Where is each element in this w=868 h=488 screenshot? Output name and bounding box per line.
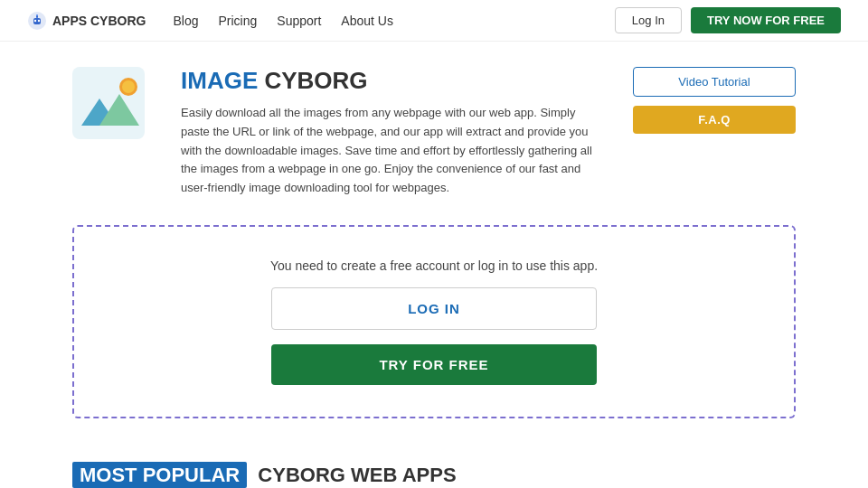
nav-links: Blog Pricing Support About Us: [173, 14, 392, 28]
svg-rect-6: [72, 67, 145, 139]
auth-prompt-box: You need to create a free account or log…: [72, 225, 796, 418]
hero-title: IMAGE CYBORG: [181, 67, 606, 95]
hero-buttons: Video Tutorial F.A.Q: [633, 67, 796, 134]
hero-content: IMAGE CYBORG Easily download all the ima…: [181, 67, 606, 198]
nav-support[interactable]: Support: [277, 14, 321, 28]
faq-button[interactable]: F.A.Q: [633, 106, 796, 134]
popular-highlight: MOST POPULAR: [72, 462, 247, 488]
svg-point-10: [122, 80, 135, 93]
popular-rest: CYBORG WEB APPS: [252, 464, 456, 486]
hero-title-blue: IMAGE: [181, 67, 258, 94]
svg-point-5: [36, 14, 38, 16]
logo-icon: [27, 11, 47, 31]
try-free-button[interactable]: TRY FOR FREE: [271, 344, 597, 385]
svg-point-3: [38, 19, 40, 21]
video-tutorial-button[interactable]: Video Tutorial: [633, 67, 796, 97]
image-cyborg-icon: [72, 67, 145, 139]
hero-description: Easily download all the images from any …: [181, 104, 606, 198]
nav-right: Log In TRY NOW FOR FREE: [615, 7, 841, 33]
login-large-button[interactable]: LOG IN: [271, 287, 597, 330]
navbar: APPS CYBORG Blog Pricing Support About U…: [0, 0, 868, 42]
popular-title: MOST POPULAR CYBORG WEB APPS: [72, 464, 796, 487]
nav-blog[interactable]: Blog: [173, 14, 198, 28]
brand-logo[interactable]: APPS CYBORG: [27, 11, 146, 31]
brand-name: APPS CYBORG: [52, 14, 146, 28]
auth-message: You need to create a free account or log…: [270, 258, 598, 273]
hero-title-rest: CYBORG: [258, 67, 367, 94]
svg-point-2: [34, 19, 36, 21]
login-button[interactable]: Log In: [615, 7, 682, 33]
try-now-button[interactable]: TRY NOW FOR FREE: [691, 7, 841, 33]
hero-image: [72, 67, 154, 142]
hero-section: IMAGE CYBORG Easily download all the ima…: [0, 42, 868, 216]
nav-pricing[interactable]: Pricing: [219, 14, 258, 28]
nav-about[interactable]: About Us: [341, 14, 393, 28]
popular-section: MOST POPULAR CYBORG WEB APPS VIDEO CYBOR…: [0, 446, 868, 488]
